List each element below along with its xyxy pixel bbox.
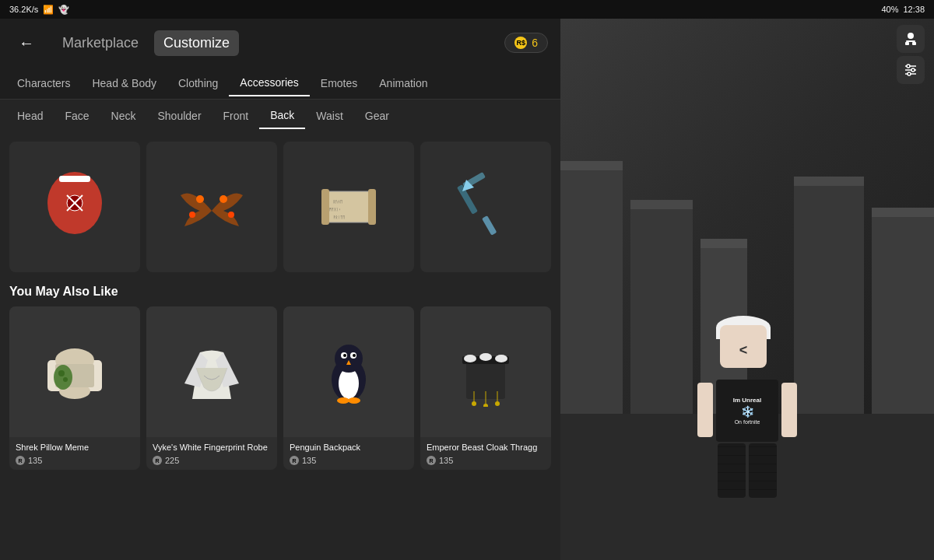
svg-point-59 xyxy=(908,33,914,39)
sub-tab-waist[interactable]: Waist xyxy=(305,103,353,128)
sub-tab-shoulder[interactable]: Shoulder xyxy=(147,103,212,128)
svg-point-41 xyxy=(495,355,507,362)
robux-count: 6 xyxy=(532,37,538,49)
character-figure: < Im Unreal ❄️ On fortnite xyxy=(697,325,797,498)
tab-marketplace[interactable]: Marketplace xyxy=(53,30,148,56)
svg-point-24 xyxy=(54,365,72,390)
svg-rect-11 xyxy=(321,189,329,225)
status-right: 40% 12:38 xyxy=(881,5,925,14)
section-header: You May Also Like xyxy=(9,285,551,299)
rec-card-img-emperor xyxy=(420,306,551,437)
main-item-grid: ᚱᚢᚾᛖ ᛗᚨᚷᛁᚲ ᚹᚱᛁᛏᛖ xyxy=(9,142,551,272)
right-panel: < Im Unreal ❄️ On fortnite xyxy=(560,19,934,560)
svg-point-9 xyxy=(228,212,234,218)
rec-card-vyke[interactable]: Vyke's White Fingerprint Robe R 225 xyxy=(146,306,277,470)
price-icon: R xyxy=(16,456,25,465)
category-tabs: Characters Head & Body Clothing Accessor… xyxy=(0,67,560,100)
left-panel: ← Marketplace Customize R$ 6 Characters … xyxy=(0,19,560,560)
status-left: 36.2K/s 📶 👻 xyxy=(9,5,69,15)
svg-rect-16 xyxy=(482,215,497,236)
svg-point-33 xyxy=(353,354,356,357)
item-visual-wings xyxy=(160,155,264,259)
cat-tab-head-body[interactable]: Head & Body xyxy=(81,71,167,96)
rec-card-emperor[interactable]: Emperor Beast Cloak Thragg R 135 xyxy=(420,306,551,470)
shirt-text-line2: On fortnite xyxy=(735,419,760,425)
right-arm xyxy=(781,383,797,437)
time-display: 12:38 xyxy=(903,5,925,14)
svg-point-68 xyxy=(908,72,911,75)
svg-point-26 xyxy=(63,377,68,382)
cat-tab-clothing[interactable]: Clothing xyxy=(167,71,229,96)
char-legs xyxy=(718,443,777,498)
svg-rect-50 xyxy=(630,204,693,414)
item-visual-cape xyxy=(23,155,127,259)
item-card-cape[interactable] xyxy=(9,142,140,272)
svg-point-36 xyxy=(348,397,360,404)
back-button[interactable]: ← xyxy=(12,31,40,55)
item-card-wand[interactable] xyxy=(420,142,551,272)
svg-rect-57 xyxy=(794,177,864,186)
svg-point-45 xyxy=(483,404,488,407)
svg-point-39 xyxy=(464,355,476,362)
main-container: ← Marketplace Customize R$ 6 Characters … xyxy=(0,19,934,560)
rec-card-img-vyke xyxy=(146,306,277,437)
char-face: < xyxy=(739,342,748,359)
left-arm xyxy=(697,383,713,437)
sub-tab-gear[interactable]: Gear xyxy=(354,103,400,128)
svg-rect-56 xyxy=(700,239,747,248)
price-value-penguin: 135 xyxy=(302,456,316,465)
svg-rect-2 xyxy=(59,176,90,182)
rec-card-name-emperor: Emperor Beast Cloak Thragg xyxy=(427,442,545,453)
svg-point-47 xyxy=(495,401,500,406)
recommendation-grid: Shrek Pillow Meme R 135 xyxy=(9,306,551,470)
sub-category-tabs: Head Face Neck Shoulder Front Back Waist… xyxy=(0,100,560,132)
price-value: 135 xyxy=(28,456,42,465)
svg-rect-62 xyxy=(912,42,916,45)
price-icon-penguin: R xyxy=(290,456,299,465)
sub-tab-front[interactable]: Front xyxy=(212,103,260,128)
header-tabs: Marketplace Customize xyxy=(53,30,239,56)
char-head: < xyxy=(720,325,767,368)
rec-card-info-vyke: Vyke's White Fingerprint Robe R 225 xyxy=(146,437,277,470)
rec-card-shrek[interactable]: Shrek Pillow Meme R 135 xyxy=(9,306,140,470)
header: ← Marketplace Customize R$ 6 xyxy=(0,19,560,67)
price-icon-emperor: R xyxy=(427,456,436,465)
rec-card-img-penguin xyxy=(283,306,414,437)
shirt-text-line1: Im Unreal xyxy=(733,397,761,404)
char-leg-left xyxy=(718,443,746,498)
svg-rect-53 xyxy=(872,212,934,414)
rec-card-price-vyke: R 225 xyxy=(153,456,271,465)
svg-point-35 xyxy=(337,397,349,404)
rec-card-name-shrek: Shrek Pillow Meme xyxy=(16,442,134,453)
cat-tab-emotes[interactable]: Emotes xyxy=(310,71,368,96)
filter-icon-btn[interactable] xyxy=(897,56,925,84)
sub-tab-neck[interactable]: Neck xyxy=(100,103,147,128)
cat-tab-animation[interactable]: Animation xyxy=(368,71,438,96)
price-icon-vyke: R xyxy=(153,456,162,465)
cat-tab-accessories[interactable]: Accessories xyxy=(229,70,309,96)
item-card-wings[interactable] xyxy=(146,142,277,272)
shirt-icon: ❄️ xyxy=(741,405,754,418)
svg-rect-58 xyxy=(872,208,934,217)
svg-text:ᛗᚨᚷᛁᚲ: ᛗᚨᚷᛁᚲ xyxy=(329,207,341,212)
sub-tab-back[interactable]: Back xyxy=(259,103,305,129)
svg-rect-54 xyxy=(560,161,623,170)
avatar-icon-btn[interactable] xyxy=(897,25,925,53)
svg-point-25 xyxy=(58,370,65,376)
price-value-vyke: 225 xyxy=(165,456,179,465)
svg-text:ᚹᚱᛁᛏᛖ: ᚹᚱᛁᛏᛖ xyxy=(333,215,345,219)
svg-rect-60 xyxy=(906,40,915,42)
item-card-scroll[interactable]: ᚱᚢᚾᛖ ᛗᚨᚷᛁᚲ ᚹᚱᛁᛏᛖ xyxy=(283,142,414,272)
snapchat-icon: 👻 xyxy=(58,5,69,15)
sub-tab-face[interactable]: Face xyxy=(54,103,100,128)
cat-tab-characters[interactable]: Characters xyxy=(6,71,81,96)
content-area[interactable]: ᚱᚢᚾᛖ ᛗᚨᚷᛁᚲ ᚹᚱᛁᛏᛖ xyxy=(0,132,560,560)
rec-card-name-penguin: Penguin Backpack xyxy=(290,442,408,453)
tab-customize[interactable]: Customize xyxy=(154,30,239,56)
rec-card-penguin[interactable]: Penguin Backpack R 135 xyxy=(283,306,414,470)
svg-point-67 xyxy=(911,68,915,72)
rec-card-price-shrek: R 135 xyxy=(16,456,134,465)
sub-tab-head[interactable]: Head xyxy=(6,103,54,128)
char-body: Im Unreal ❄️ On fortnite xyxy=(716,380,778,442)
avatar-container: < Im Unreal ❄️ On fortnite xyxy=(697,325,797,498)
